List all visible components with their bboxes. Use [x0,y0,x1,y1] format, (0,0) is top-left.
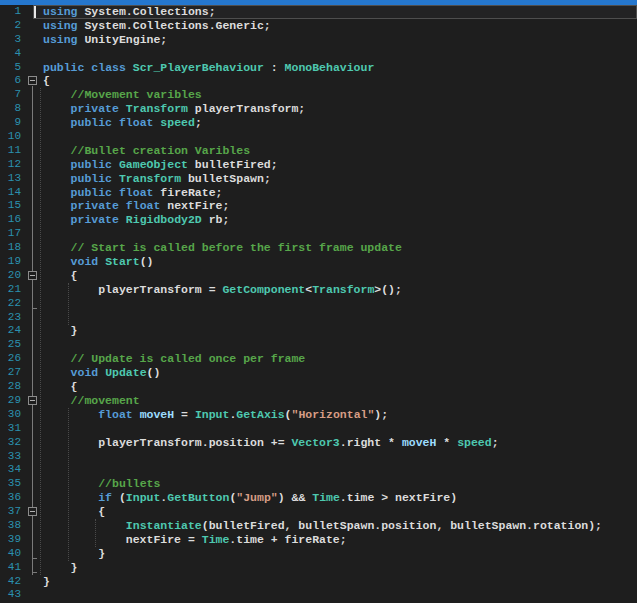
code-line[interactable]: 32 playerTransform.position += Vector3.r… [0,436,637,450]
code-text: using UnityEngine; [43,33,167,47]
code-line[interactable]: 27 void Update() [0,366,637,380]
line-number[interactable]: 26 [0,352,21,366]
code-line[interactable]: 40 } [0,547,637,561]
line-number[interactable]: 12 [0,158,21,172]
line-number[interactable]: 7 [0,88,21,102]
code-line[interactable]: 20 { [0,269,637,283]
collapse-minus-icon[interactable] [28,271,37,280]
line-number[interactable]: 38 [0,519,21,533]
line-number[interactable]: 17 [0,227,21,241]
line-number[interactable]: 4 [0,47,21,61]
line-number[interactable]: 28 [0,380,21,394]
line-number[interactable]: 19 [0,255,21,269]
collapse-minus-icon[interactable] [28,396,37,405]
code-line[interactable]: 2using System.Collections.Generic; [0,19,637,33]
line-number[interactable]: 40 [0,547,21,561]
code-editor[interactable]: 1using System.Collections;2using System.… [0,0,637,603]
code-line[interactable]: 36 if (Input.GetButton("Jump") && Time.t… [0,491,637,505]
line-number[interactable]: 31 [0,422,21,436]
line-number[interactable]: 9 [0,116,21,130]
line-number[interactable]: 37 [0,505,21,519]
code-line[interactable]: 34 [0,463,637,477]
code-line[interactable]: 25 [0,338,637,352]
code-line[interactable]: 33 [0,450,637,464]
line-number[interactable]: 22 [0,297,21,311]
line-number[interactable]: 36 [0,491,21,505]
code-line[interactable]: 3using UnityEngine; [0,33,637,47]
code-text: { [43,380,78,394]
code-line[interactable]: 12 public GameObject bulletFired; [0,158,637,172]
code-line[interactable]: 5public class Scr_PlayerBehaviour : Mono… [0,61,637,75]
code-line[interactable]: 29 //movement [0,394,637,408]
code-line[interactable]: 35 //bullets [0,477,637,491]
line-number[interactable]: 18 [0,241,21,255]
line-number[interactable]: 42 [0,575,21,589]
code-line[interactable]: 31 [0,422,637,436]
outlining-margin [21,241,43,255]
line-number[interactable]: 30 [0,408,21,422]
line-number[interactable]: 6 [0,74,21,88]
line-number[interactable]: 33 [0,450,21,464]
code-line[interactable]: 42} [0,575,637,589]
code-text: } [43,324,78,338]
code-line[interactable]: 18 // Start is called before the first f… [0,241,637,255]
code-line[interactable]: 8 private Transform playerTransform; [0,102,637,116]
line-number[interactable]: 41 [0,561,21,575]
outlining-margin [21,394,43,408]
line-number[interactable]: 13 [0,172,21,186]
line-number[interactable]: 21 [0,283,21,297]
outlining-margin [21,422,43,436]
line-number[interactable]: 32 [0,436,21,450]
outlining-margin [21,450,43,464]
code-line[interactable]: 22 [0,297,637,311]
code-line[interactable]: 39 nextFire = Time.time + fireRate; [0,533,637,547]
code-line[interactable]: 14 public float fireRate; [0,186,637,200]
code-line[interactable]: 21 playerTransform = GetComponent<Transf… [0,283,637,297]
code-line[interactable]: 1using System.Collections; [0,5,637,19]
outlining-margin [21,547,43,561]
line-number[interactable]: 2 [0,19,21,33]
code-line[interactable]: 6{ [0,74,637,88]
code-line[interactable]: 10 [0,130,637,144]
code-line[interactable]: 19 void Start() [0,255,637,269]
code-line[interactable]: 38 Instantiate(bulletFired, bulletSpawn.… [0,519,637,533]
line-number[interactable]: 15 [0,199,21,213]
line-number[interactable]: 11 [0,144,21,158]
line-number[interactable]: 8 [0,102,21,116]
code-line[interactable]: 30 float moveH = Input.GetAxis("Horizont… [0,408,637,422]
line-number[interactable]: 29 [0,394,21,408]
line-number[interactable]: 23 [0,311,21,325]
line-number[interactable]: 43 [0,588,21,602]
line-number[interactable]: 14 [0,186,21,200]
line-number[interactable]: 24 [0,324,21,338]
line-number[interactable]: 39 [0,533,21,547]
code-line[interactable]: 16 private Rigidbody2D rb; [0,213,637,227]
line-number[interactable]: 16 [0,213,21,227]
collapse-minus-icon[interactable] [28,76,37,85]
code-line[interactable]: 26 // Update is called once per frame [0,352,637,366]
code-line[interactable]: 9 public float speed; [0,116,637,130]
line-number[interactable]: 27 [0,366,21,380]
line-number[interactable]: 35 [0,477,21,491]
line-number[interactable]: 25 [0,338,21,352]
line-number[interactable]: 5 [0,61,21,75]
code-line[interactable]: 43 [0,588,637,602]
line-number[interactable]: 34 [0,463,21,477]
line-number[interactable]: 3 [0,33,21,47]
code-line[interactable]: 13 public Transform bulletSpawn; [0,172,637,186]
code-line[interactable]: 4 [0,47,637,61]
line-number[interactable]: 10 [0,130,21,144]
line-number[interactable]: 1 [0,5,21,19]
code-line[interactable]: 24 } [0,324,637,338]
code-line[interactable]: 11 //Bullet creation Varibles [0,144,637,158]
outlining-margin [21,561,43,575]
code-line[interactable]: 28 { [0,380,637,394]
code-line[interactable]: 7 //Movement varibles [0,88,637,102]
code-line[interactable]: 17 [0,227,637,241]
line-number[interactable]: 20 [0,269,21,283]
code-line[interactable]: 37 { [0,505,637,519]
code-line[interactable]: 15 private float nextFire; [0,199,637,213]
code-line[interactable]: 23 [0,311,637,325]
collapse-minus-icon[interactable] [28,507,37,516]
code-line[interactable]: 41 } [0,561,637,575]
